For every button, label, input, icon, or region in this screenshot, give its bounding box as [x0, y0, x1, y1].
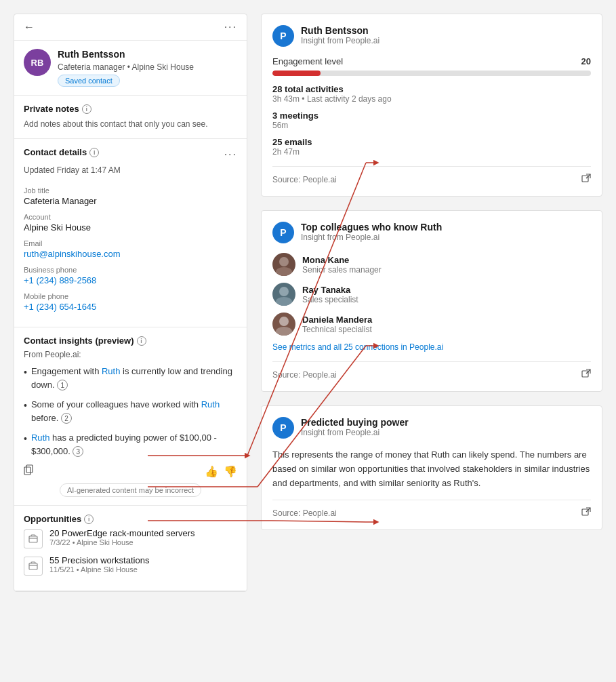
- opportunity-icon-2: [24, 557, 43, 576]
- opportunities-section: Opportunities i 20 PowerEdge rack-mounte…: [14, 506, 247, 591]
- colleague-info-3: Daniela Mandera Technical specialist: [302, 315, 372, 334]
- opportunity-meta-1: 7/3/22 • Alpine Ski House: [49, 538, 195, 546]
- private-notes-title: Private notes i: [24, 104, 237, 114]
- account-label: Account: [24, 213, 237, 221]
- emails-duration: 2h 47m: [272, 147, 591, 157]
- insight-2-number: 2: [61, 413, 72, 424]
- email-row: Email ruth@alpinskihouse.com: [24, 239, 237, 259]
- see-more-link[interactable]: See metrics and all 25 connections in Pe…: [272, 342, 591, 352]
- opportunity-title-2: 55 Precision workstations: [49, 555, 149, 565]
- people-ai-icon-buying: P: [272, 417, 294, 439]
- meetings-duration: 56m: [272, 121, 591, 130]
- buying-power-card-header-info: Predicted buying power Insight from Peop…: [301, 417, 409, 437]
- colleague-name-3: Daniela Mandera: [302, 315, 372, 325]
- colleague-avatar-2: [272, 283, 295, 306]
- colleague-role-3: Technical specialist: [302, 325, 372, 334]
- engagement-progress-bar: [272, 71, 591, 76]
- engagement-source-label: Source: People.ai: [272, 175, 337, 184]
- buying-power-card-header: P Predicted buying power Insight from Pe…: [272, 417, 591, 439]
- contact-insights-info-icon[interactable]: i: [137, 336, 146, 346]
- contact-details-updated: Updated Friday at 1:47 AM: [24, 164, 237, 176]
- total-activities-meta: 3h 43m • Last activity 2 days ago: [272, 94, 591, 104]
- colleagues-card-title: Top colleagues who know Ruth: [301, 222, 442, 233]
- contact-insights-title: Contact insights (preview) i: [24, 336, 237, 346]
- engagement-card-sub: Insight from People.ai: [301, 36, 379, 45]
- copy-button[interactable]: [24, 464, 35, 478]
- mobile-phone-label: Mobile phone: [24, 292, 237, 300]
- contact-name: Ruth Bentsson: [58, 49, 194, 60]
- from-people-label: From People.ai:: [24, 350, 237, 359]
- svg-rect-1: [26, 465, 33, 473]
- colleague-info-1: Mona Kane Senior sales manager: [302, 255, 382, 275]
- account-row: Account Alpine Ski House: [24, 213, 237, 233]
- colleague-item-3: Daniela Mandera Technical specialist: [272, 313, 591, 336]
- business-phone-row: Business phone +1 (234) 889-2568: [24, 266, 237, 285]
- job-title-row: Job title Cafeteria Manager: [24, 186, 237, 206]
- business-phone-label: Business phone: [24, 266, 237, 274]
- contact-header: RB Ruth Bentsson Cafeteria manager • Alp…: [14, 41, 247, 96]
- contact-details-more-button[interactable]: ···: [224, 148, 237, 161]
- buying-power-text: This represents the range of money that …: [272, 448, 591, 490]
- insight-3-highlight: Ruth: [31, 433, 49, 443]
- insights-footer: 👍 👎: [24, 464, 237, 478]
- private-notes-section: Private notes i Add notes about this con…: [14, 96, 247, 139]
- people-ai-icon-colleagues: P: [272, 222, 294, 243]
- colleagues-card: P Top colleagues who know Ruth Insight f…: [261, 210, 602, 392]
- svg-rect-2: [29, 536, 37, 542]
- svg-point-13: [276, 327, 292, 336]
- colleagues-card-header-info: Top colleagues who know Ruth Insight fro…: [301, 222, 442, 242]
- left-header: ← ···: [14, 14, 247, 41]
- email-value[interactable]: ruth@alpinskihouse.com: [24, 249, 121, 259]
- svg-rect-6: [582, 176, 588, 182]
- meetings-row: 3 meetings 56m: [272, 111, 591, 130]
- colleagues-card-sub: Insight from People.ai: [301, 233, 442, 242]
- more-button[interactable]: ···: [224, 21, 237, 33]
- buying-power-external-link-icon[interactable]: [581, 507, 591, 519]
- job-title-label: Job title: [24, 186, 237, 195]
- email-label: Email: [24, 239, 237, 247]
- colleague-avatar-3: [272, 313, 295, 336]
- engagement-level-row: Engagement level 20: [272, 56, 591, 66]
- opportunity-item-1: 20 PowerEdge rack-mounted servers 7/3/22…: [24, 528, 237, 548]
- business-phone-value[interactable]: +1 (234) 889-2568: [24, 275, 96, 285]
- svg-rect-16: [582, 509, 588, 515]
- colleagues-external-link-icon[interactable]: [581, 369, 591, 380]
- engagement-external-link-icon[interactable]: [581, 174, 591, 185]
- buying-power-source-label: Source: People.ai: [272, 508, 337, 518]
- private-notes-info-icon[interactable]: i: [82, 104, 91, 114]
- colleague-role-2: Sales specialist: [302, 295, 358, 304]
- left-panel: ← ··· RB Ruth Bentsson Cafeteria manager…: [14, 14, 247, 592]
- thumbs-up-button[interactable]: 👍: [205, 465, 218, 478]
- colleague-name-2: Ray Tanaka: [302, 285, 358, 295]
- opportunities-info-icon[interactable]: i: [84, 515, 94, 524]
- svg-point-10: [279, 287, 289, 296]
- colleague-info-2: Ray Tanaka Sales specialist: [302, 285, 358, 304]
- contact-insights-section: Contact insights (preview) i From People…: [14, 327, 247, 506]
- opportunities-title: Opportunities i: [24, 514, 237, 524]
- job-title-value: Cafeteria Manager: [24, 196, 237, 206]
- colleague-avatar-1: [272, 253, 295, 276]
- insight-item-2: Some of your colleagues have worked with…: [24, 398, 237, 424]
- contact-details-section: Contact details i ··· Updated Friday at …: [14, 139, 247, 327]
- colleague-name-1: Mona Kane: [302, 255, 382, 265]
- buying-power-card-title: Predicted buying power: [301, 417, 409, 428]
- right-panel: P Ruth Bentsson Insight from People.ai E…: [261, 14, 602, 668]
- thumbs-down-button[interactable]: 👎: [224, 465, 237, 478]
- insight-2-highlight: Ruth: [201, 399, 220, 409]
- emails-row: 25 emails 2h 47m: [272, 137, 591, 157]
- meetings-label: 3 meetings: [272, 111, 591, 121]
- total-activities-label: 28 total activities: [272, 84, 591, 94]
- insights-list: Engagement with Ruth is currently low an…: [24, 365, 237, 458]
- contact-details-info-icon[interactable]: i: [89, 148, 99, 157]
- emails-label: 25 emails: [272, 137, 591, 147]
- ai-disclaimer: AI-generated content may be incorrect: [60, 483, 201, 497]
- mobile-phone-row: Mobile phone +1 (234) 654-1645: [24, 292, 237, 312]
- engagement-label: Engagement level: [272, 56, 343, 66]
- back-button[interactable]: ←: [24, 21, 35, 33]
- opportunity-icon-1: [24, 529, 43, 548]
- total-activities-row: 28 total activities 3h 43m • Last activi…: [272, 84, 591, 104]
- svg-point-9: [276, 267, 292, 276]
- colleague-item-2: Ray Tanaka Sales specialist: [272, 283, 591, 306]
- mobile-phone-value[interactable]: +1 (234) 654-1645: [24, 302, 96, 312]
- colleague-role-1: Senior sales manager: [302, 265, 382, 275]
